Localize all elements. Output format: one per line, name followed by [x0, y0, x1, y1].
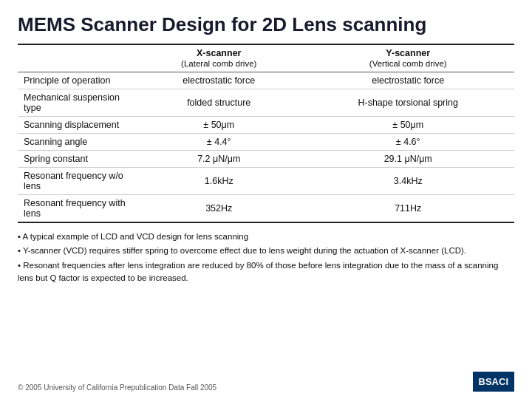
bullet-3: • Resonant frequencies after lens integr… — [18, 259, 514, 285]
row-label: Scanning angle — [18, 134, 136, 151]
copyright-text: © 2005 University of California Prepubli… — [18, 383, 216, 392]
row-y-value: 711Hz — [301, 195, 514, 223]
comparison-table: X-scanner (Lateral comb drive) Y-scanner… — [18, 44, 514, 223]
bullet-1: • A typical example of LCD and VCD desig… — [18, 231, 514, 243]
row-label: Resonant frequency with lens — [18, 195, 136, 223]
row-x-value: ± 50μm — [136, 117, 301, 134]
row-x-value: electrostatic force — [136, 72, 301, 89]
row-y-value: H-shape torsional spring — [301, 89, 514, 117]
col-header-x-scanner: X-scanner (Lateral comb drive) — [136, 44, 301, 72]
table-row: Spring constant 7.2 μN/μm 29.1 μN/μm — [18, 151, 514, 168]
bullet-points: • A typical example of LCD and VCD desig… — [18, 231, 514, 286]
col-header-y-scanner: Y-scanner (Vertical comb drive) — [301, 44, 514, 72]
bsaci-logo: BSACI — [473, 372, 514, 392]
row-x-value: 7.2 μN/μm — [136, 151, 301, 168]
row-y-value: electrostatic force — [301, 72, 514, 89]
col-header-empty — [18, 44, 136, 72]
table-row: Principle of operation electrostatic for… — [18, 72, 514, 89]
row-y-value: 29.1 μN/μm — [301, 151, 514, 168]
table-row: Resonant frequency w/o lens 1.6kHz 3.4kH… — [18, 168, 514, 195]
row-x-value: 352Hz — [136, 195, 301, 223]
table-row: Resonant frequency with lens 352Hz 711Hz — [18, 195, 514, 223]
table-row: Mechanical suspension type folded struct… — [18, 89, 514, 117]
row-y-value: ± 50μm — [301, 117, 514, 134]
row-label: Spring constant — [18, 151, 136, 168]
row-x-value: folded structure — [136, 89, 301, 117]
comparison-table-wrapper: X-scanner (Lateral comb drive) Y-scanner… — [18, 44, 514, 223]
bullet-2: • Y-scanner (VCD) requires stiffer sprin… — [18, 245, 514, 257]
row-x-value: ± 4.4° — [136, 134, 301, 151]
row-label: Resonant frequency w/o lens — [18, 168, 136, 195]
row-label: Principle of operation — [18, 72, 136, 89]
row-y-value: 3.4kHz — [301, 168, 514, 195]
row-label: Scanning displacement — [18, 117, 136, 134]
table-row: Scanning displacement ± 50μm ± 50μm — [18, 117, 514, 134]
row-y-value: ± 4.6° — [301, 134, 514, 151]
row-label: Mechanical suspension type — [18, 89, 136, 117]
page-title: MEMS Scanner Design for 2D Lens scanning — [18, 13, 514, 36]
table-row: Scanning angle ± 4.4° ± 4.6° — [18, 134, 514, 151]
footer: © 2005 University of California Prepubli… — [18, 369, 514, 392]
row-x-value: 1.6kHz — [136, 168, 301, 195]
page: MEMS Scanner Design for 2D Lens scanning… — [0, 0, 532, 399]
